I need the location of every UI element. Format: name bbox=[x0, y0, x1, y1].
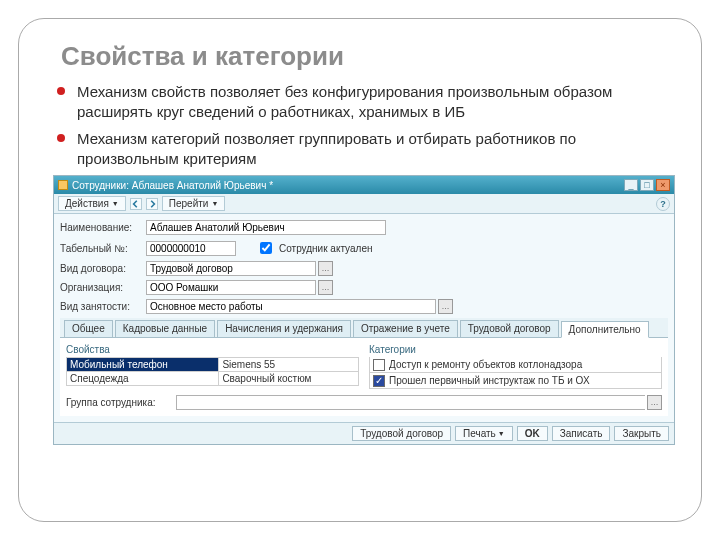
contract-link-button[interactable]: Трудовой договор bbox=[352, 426, 451, 441]
bullet-item: Механизм категорий позволяет группироват… bbox=[63, 129, 677, 170]
contract-field[interactable] bbox=[146, 261, 316, 276]
tab-hr-data[interactable]: Кадровые данные bbox=[115, 320, 215, 337]
org-label: Организация: bbox=[60, 282, 146, 293]
name-label: Наименование: bbox=[60, 222, 146, 233]
tab-accounting[interactable]: Отражение в учете bbox=[353, 320, 458, 337]
tab-panel-additional: Свойства Мобильный телефон Siemens 55 Сп… bbox=[60, 338, 668, 416]
actual-label: Сотрудник актуален bbox=[279, 243, 372, 254]
categories-panel: Категории Доступ к ремонту объектов котл… bbox=[369, 344, 662, 389]
app-window: Сотрудники: Аблашев Анатолий Юрьевич * _… bbox=[53, 175, 675, 445]
window-title: Сотрудники: Аблашев Анатолий Юрьевич * bbox=[72, 180, 624, 191]
save-button[interactable]: Записать bbox=[552, 426, 611, 441]
form-area: Наименование: Табельный №: Сотрудник акт… bbox=[54, 214, 674, 422]
prop-value-cell[interactable]: Сварочный костюм bbox=[219, 372, 359, 386]
tab-accruals[interactable]: Начисления и удержания bbox=[217, 320, 351, 337]
category-label: Прошел первичный инструктаж по ТБ и ОХ bbox=[389, 375, 590, 386]
slide-title: Свойства и категории bbox=[43, 41, 677, 72]
actual-checkbox[interactable] bbox=[260, 242, 272, 254]
tab-additional[interactable]: Дополнительно bbox=[561, 321, 649, 338]
go-label: Перейти bbox=[169, 198, 209, 209]
tabnum-label: Табельный №: bbox=[60, 243, 146, 254]
group-picker-button[interactable]: … bbox=[647, 395, 662, 410]
properties-title: Свойства bbox=[66, 344, 359, 355]
group-field[interactable] bbox=[176, 395, 645, 410]
category-label: Доступ к ремонту объектов котлонадзора bbox=[389, 359, 582, 370]
employment-picker-button[interactable]: … bbox=[438, 299, 453, 314]
help-button[interactable]: ? bbox=[656, 197, 670, 211]
categories-title: Категории bbox=[369, 344, 662, 355]
maximize-button[interactable]: □ bbox=[640, 179, 654, 191]
group-label: Группа сотрудника: bbox=[66, 397, 176, 408]
ok-button[interactable]: OK bbox=[517, 426, 548, 441]
table-row: Спецодежда Сварочный костюм bbox=[67, 372, 359, 386]
close-button[interactable]: × bbox=[656, 179, 670, 191]
tab-contract[interactable]: Трудовой договор bbox=[460, 320, 559, 337]
dropdown-icon: ▼ bbox=[112, 200, 119, 207]
category-checkbox[interactable] bbox=[373, 359, 385, 371]
contract-label: Вид договора: bbox=[60, 263, 146, 274]
org-field[interactable] bbox=[146, 280, 316, 295]
titlebar[interactable]: Сотрудники: Аблашев Анатолий Юрьевич * _… bbox=[54, 176, 674, 194]
prop-value-cell[interactable]: Siemens 55 bbox=[219, 358, 359, 372]
app-icon bbox=[58, 180, 68, 190]
employment-field[interactable] bbox=[146, 299, 436, 314]
actions-label: Действия bbox=[65, 198, 109, 209]
print-button[interactable]: Печать ▼ bbox=[455, 426, 513, 441]
dropdown-icon: ▼ bbox=[211, 200, 218, 207]
tab-general[interactable]: Общее bbox=[64, 320, 113, 337]
table-row: Мобильный телефон Siemens 55 bbox=[67, 358, 359, 372]
org-picker-button[interactable]: … bbox=[318, 280, 333, 295]
properties-table[interactable]: Мобильный телефон Siemens 55 Спецодежда … bbox=[66, 357, 359, 386]
nav-forward-button[interactable] bbox=[146, 198, 158, 210]
name-field[interactable] bbox=[146, 220, 386, 235]
footer-close-button[interactable]: Закрыть bbox=[614, 426, 669, 441]
category-row[interactable]: Доступ к ремонту объектов котлонадзора bbox=[369, 357, 662, 373]
slide-bullets: Механизм свойств позволяет без конфигури… bbox=[43, 82, 677, 169]
contract-picker-button[interactable]: … bbox=[318, 261, 333, 276]
bullet-item: Механизм свойств позволяет без конфигури… bbox=[63, 82, 677, 123]
category-checkbox[interactable] bbox=[373, 375, 385, 387]
minimize-button[interactable]: _ bbox=[624, 179, 638, 191]
prop-name-cell[interactable]: Мобильный телефон bbox=[67, 358, 219, 372]
toolbar: Действия ▼ Перейти ▼ ? bbox=[54, 194, 674, 214]
employment-label: Вид занятости: bbox=[60, 301, 146, 312]
actions-menu[interactable]: Действия ▼ bbox=[58, 196, 126, 211]
properties-panel: Свойства Мобильный телефон Siemens 55 Сп… bbox=[66, 344, 359, 389]
tabs: Общее Кадровые данные Начисления и удерж… bbox=[60, 318, 668, 338]
dropdown-icon: ▼ bbox=[498, 430, 505, 437]
go-menu[interactable]: Перейти ▼ bbox=[162, 196, 226, 211]
category-row[interactable]: Прошел первичный инструктаж по ТБ и ОХ bbox=[369, 373, 662, 389]
slide-frame: Свойства и категории Механизм свойств по… bbox=[18, 18, 702, 522]
nav-back-button[interactable] bbox=[130, 198, 142, 210]
prop-name-cell[interactable]: Спецодежда bbox=[67, 372, 219, 386]
tabnum-field[interactable] bbox=[146, 241, 236, 256]
statusbar: Трудовой договор Печать ▼ OK Записать За… bbox=[54, 422, 674, 444]
